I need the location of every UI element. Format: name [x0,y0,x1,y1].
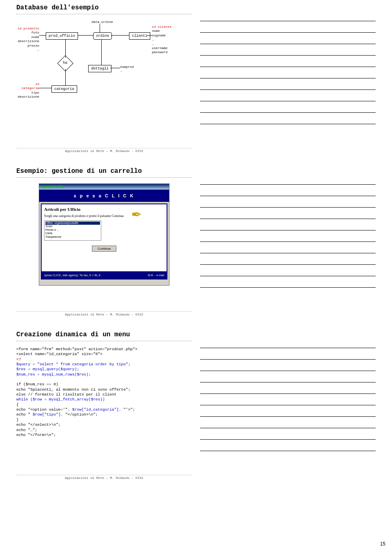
notes-line [200,382,376,394]
notes-line [200,219,376,230]
code-line: <? [16,357,192,362]
content-heading: Articoli per Ufficio [44,207,164,212]
code-line: echo "…"; [16,428,192,433]
notes-line [200,394,376,405]
attr: descrizione [16,39,39,43]
attrs-dettagli: numprod … [120,65,134,74]
line [78,35,93,36]
option[interactable]: Trasparenze [45,235,100,239]
notes-line [200,90,376,101]
notes-line [200,78,376,90]
slide-1-title: Database dell'esempio [16,4,192,14]
notes-line [200,276,376,288]
app-footer: spesa CLICK, web agency; Tic-tac, K > Br… [42,271,167,279]
slide-3-title: Creazione dinamica di un menu [16,331,192,341]
quill-icon: ✒ [131,207,142,222]
app-content: ✒ Articoli per Ufficio Scegli una catego… [41,203,167,279]
notes-line [200,101,376,113]
notes-line [200,185,376,196]
notes-line [200,33,376,44]
code-line: if ($num_res == 0) [16,382,192,387]
app-banner: s p e s a C L I C K [39,190,169,202]
entity-clienti: clienti [129,32,150,40]
option[interactable]: Toner [45,225,100,228]
option[interactable]: Carta [45,232,100,235]
code-line: echo "Spiacenti, al momento non ci sono … [16,387,192,392]
line [110,68,120,68]
code-line: $num_res = mysql_num_rows($res); [16,372,192,377]
slide-footer: Applicazioni di Rete – M. Ribaudo - DISI [16,311,192,316]
attr: numprod [120,65,134,69]
attr: descrizione [16,95,39,99]
notes-line [200,196,376,208]
attr: id cliente [152,25,172,29]
app-window: spesa CLICK s p e s a C L I C K ✒ Artico… [39,183,169,286]
notes-line [200,440,376,451]
attr: password [152,50,172,54]
attr: id categoria [16,82,39,91]
continue-button[interactable]: Continua [92,246,116,252]
line [147,35,152,36]
notes-3 [200,331,376,482]
content-prompt: Scegli una categoria di prodotto e premi… [44,214,164,218]
code-line: else // formatto il risultato per il cli… [16,392,192,397]
code-line: <form name="frm" method="post" action="p… [16,347,192,352]
attrs-cliente: id cliente nome cognome … … username pas… [152,25,172,55]
entity-prod-ufficio: prod_ufficio [46,32,78,40]
attr: tipo [16,91,39,95]
notes-line [200,253,376,265]
attrs-prodotto: id prodotto foto nome descrizione prezzo… [16,27,39,52]
notes-line [200,265,376,276]
notes-line [200,56,376,67]
code-line: $res = mysql_query($query); [16,367,192,372]
notes-line [200,230,376,242]
slide-2: Esempio: gestione di un carrello spesa C… [16,168,192,319]
line [101,40,102,65]
footer-right: M.R. - e-mail [148,274,164,277]
code-line: while ($row = mysql_fetch_array($res)) [16,397,192,402]
entity-categoria: categoria [51,85,77,93]
option[interactable]: Penne e … [45,228,100,232]
notes-line [200,337,376,348]
attr: nome [152,29,172,33]
notes-line [200,417,376,428]
attr: nome [16,35,39,39]
slide-footer: Applicazioni di Rete – M. Ribaudo - DISI [16,475,192,480]
attr: … [152,42,172,46]
notes-line [200,428,376,440]
notes-line [200,67,376,78]
er-diagram: id prodotto foto nome descrizione prezzo… [16,20,192,126]
category-select[interactable]: Office: organizza/produttiv Toner Penne … [44,220,101,241]
rel-ha-label: ha [63,61,67,65]
slide-3: Creazione dinamica di un menu <form name… [16,331,192,482]
notes-2 [200,168,376,319]
slide-1: Database dell'esempio id prodotto foto n… [16,4,192,155]
app-titlebar: spesa CLICK [39,184,169,190]
notes-1 [200,4,376,155]
notes-line [200,44,376,56]
slide-2-title: Esempio: gestione di un carrello [16,168,192,178]
line [100,24,100,32]
attr: username [152,46,172,50]
code-line: echo " $row["tipo"]. "</option>\n"; [16,412,192,417]
line [65,69,66,85]
notes-line [200,208,376,219]
line [65,40,66,58]
footer-left: spesa CLICK, web agency; Tic-tac, K > Br… [44,274,101,277]
attrs-categoria: id categoria tipo descrizione [16,82,39,99]
attr: cognome [152,34,172,38]
attr: … [120,69,134,73]
attr: foto [16,31,39,35]
option[interactable]: Office: organizza/produttiv [45,221,100,225]
notes-line [200,405,376,417]
notes-line [200,242,376,253]
code-line: $query = "select * from categoria order … [16,362,192,367]
code-line: echo "</select>\n"; [16,423,192,427]
notes-line [200,113,376,124]
notes-line [200,371,376,382]
line [39,35,46,36]
code-line: { [16,402,192,407]
notes-line [200,360,376,371]
code-line: echo "</form>\n"; [16,433,192,438]
notes-line [200,173,376,185]
